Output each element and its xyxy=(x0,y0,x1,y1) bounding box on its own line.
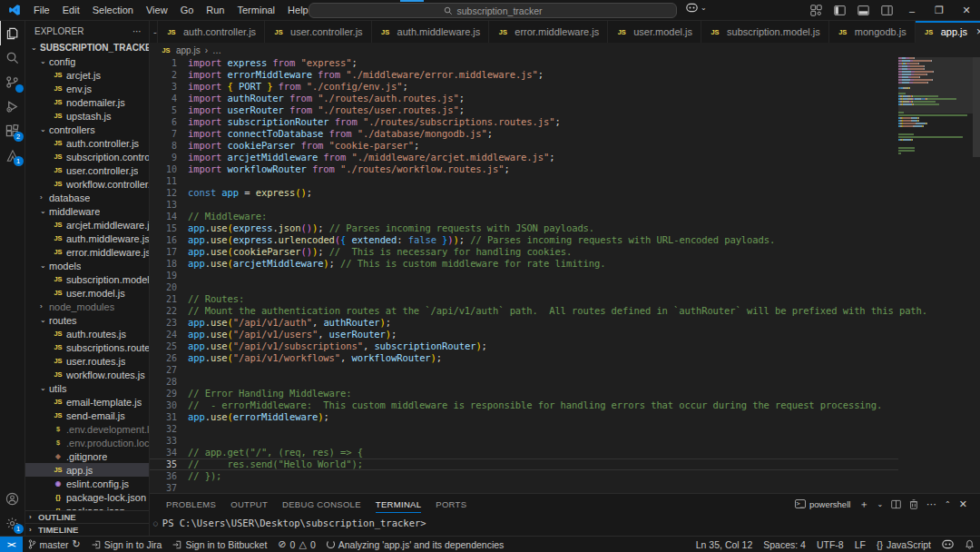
tree-file-send-email.js[interactable]: JSsend-email.js xyxy=(25,409,149,422)
tree-folder-middleware[interactable]: ⌄middleware xyxy=(25,204,149,218)
kill-terminal-icon[interactable] xyxy=(909,499,918,509)
tree-file-subscriptions.routes.js[interactable]: JSsubscriptions.routes.js xyxy=(25,340,149,354)
close-button[interactable]: ✕ xyxy=(953,0,980,21)
tree-folder-controllers[interactable]: ⌄controllers xyxy=(25,123,149,136)
tree-file-user.routes.js[interactable]: JSuser.routes.js xyxy=(25,354,149,368)
terminal[interactable]: ○ PS C:\Users\USER\Desktop\subscription_… xyxy=(150,514,980,536)
tree-file-.gitignore[interactable]: ◆.gitignore xyxy=(25,449,149,463)
activity-explorer[interactable] xyxy=(0,21,25,45)
section-outline[interactable]: ›OUTLINE xyxy=(25,510,149,523)
tree-file-email-template.js[interactable]: JSemail-template.js xyxy=(25,395,149,409)
menu-selection[interactable]: Selection xyxy=(86,0,140,20)
encoding[interactable]: UTF-8 xyxy=(811,539,849,550)
menu-run[interactable]: Run xyxy=(200,0,230,20)
activity-extensions[interactable]: 2 xyxy=(0,119,25,143)
close-panel-icon[interactable]: ✕ xyxy=(959,498,967,510)
notifications[interactable] xyxy=(959,539,980,549)
tree-folder-routes[interactable]: ⌄routes xyxy=(25,313,149,327)
tree-file-workflow.controller.js[interactable]: JSworkflow.controller.js xyxy=(25,177,149,191)
activity-source-control[interactable] xyxy=(0,70,25,94)
jira-signin[interactable]: Sign in to Jira xyxy=(86,537,168,552)
split-terminal-icon[interactable] xyxy=(891,499,901,509)
tab-user.controller.js[interactable]: JSuser.controller.js xyxy=(265,21,371,43)
tree-file-.env.production.local[interactable]: $.env.production.local xyxy=(25,436,149,449)
editor-scrollbar[interactable] xyxy=(973,57,980,493)
remote-indicator[interactable]: >< xyxy=(0,537,23,552)
activity-account[interactable] xyxy=(0,487,25,511)
tab-auth.middleware.js[interactable]: JSauth.middleware.js xyxy=(372,21,490,43)
menu-edit[interactable]: Edit xyxy=(56,0,86,20)
tree-folder-database[interactable]: ›database xyxy=(25,191,149,204)
tree-folder-node_modules[interactable]: ›node_modules xyxy=(25,300,149,313)
restore-button[interactable]: ❐ xyxy=(926,0,953,21)
new-terminal-button[interactable]: ＋ xyxy=(858,498,868,511)
panel-tab-ports[interactable]: PORTS xyxy=(428,494,474,514)
tab-subscription.model.js[interactable]: JSsubscription.model.js xyxy=(701,21,829,43)
branch-status[interactable]: master ↻ xyxy=(23,537,86,552)
section-timeline[interactable]: ›TIMELINE xyxy=(25,523,149,536)
language-mode[interactable]: {} JavaScript xyxy=(871,539,936,550)
tab-email.js[interactable]: -email.js xyxy=(150,21,158,43)
tree-file-upstash.js[interactable]: JSupstash.js xyxy=(25,109,149,123)
tree-file-error.middleware.js[interactable]: JSerror.middleware.js xyxy=(25,245,149,259)
panel-tab-output[interactable]: OUTPUT xyxy=(223,494,275,514)
activity-run-debug[interactable] xyxy=(0,94,25,119)
tree-file-user.controller.js[interactable]: JSuser.controller.js xyxy=(25,163,149,177)
indentation[interactable]: Spaces: 4 xyxy=(758,539,811,550)
activity-settings[interactable]: 1 xyxy=(0,511,25,536)
tree-file-user.model.js[interactable]: JSuser.model.js xyxy=(25,286,149,300)
activity-search[interactable] xyxy=(0,45,25,70)
toggle-secondary-sidebar-icon[interactable] xyxy=(875,0,898,21)
problems-status[interactable]: ⊘ 0 △ 0 xyxy=(272,537,320,552)
maximize-panel-icon[interactable]: ⌃ xyxy=(945,500,951,508)
command-center-search[interactable]: subscription_tracker xyxy=(309,3,677,18)
tree-folder-models[interactable]: ⌄models xyxy=(25,259,149,272)
tree-folder-config[interactable]: ⌄config xyxy=(25,54,149,68)
explorer-more-actions[interactable]: ⋯ xyxy=(132,26,142,36)
panel-tab-problems[interactable]: PROBLEMS xyxy=(159,494,223,514)
tree-file-.env.development.local[interactable]: $.env.development.local xyxy=(25,422,149,436)
tree-file-env.js[interactable]: JSenv.js xyxy=(25,82,149,95)
bitbucket-signin[interactable]: Sign in to Bitbucket xyxy=(167,537,272,552)
tab-auth.controller.js[interactable]: JSauth.controller.js xyxy=(158,21,265,43)
tree-file-arcjet.middleware.js[interactable]: JSarcjet.middleware.js xyxy=(25,218,149,232)
menu-go[interactable]: Go xyxy=(174,0,201,20)
activity-atlassian[interactable]: 1 xyxy=(0,143,25,168)
tree-file-nodemailer.js[interactable]: JSnodemailer.js xyxy=(25,95,149,109)
tree-file-eslint.config.js[interactable]: ◉eslint.config.js xyxy=(25,477,149,490)
terminal-dropdown-icon[interactable]: ⌄ xyxy=(877,500,883,508)
panel-tab-debug-console[interactable]: DEBUG CONSOLE xyxy=(275,494,368,514)
tree-file-workflow.routes.js[interactable]: JSworkflow.routes.js xyxy=(25,368,149,381)
panel-tab-terminal[interactable]: TERMINAL xyxy=(368,494,428,514)
toggle-sidebar-icon[interactable] xyxy=(828,0,851,21)
tree-file-package.json[interactable]: {}package.json xyxy=(25,504,149,510)
tree-file-subscription.controller.js[interactable]: JSsubscription.controller.js xyxy=(25,150,149,163)
tab-app.js[interactable]: JSapp.js× xyxy=(916,21,980,43)
tree-file-auth.routes.js[interactable]: JSauth.routes.js xyxy=(25,327,149,340)
tree-folder-subscription_tracker[interactable]: ⌄SUBSCRIPTION_TRACKER xyxy=(25,41,149,54)
tree-file-arcjet.js[interactable]: JSarcjet.js xyxy=(25,68,149,82)
tree-file-auth.middleware.js[interactable]: JSauth.middleware.js xyxy=(25,232,149,245)
tree-folder-utils[interactable]: ⌄utils xyxy=(25,381,149,395)
minimize-button[interactable]: – xyxy=(898,0,926,21)
toggle-panel-icon[interactable] xyxy=(851,0,875,21)
code-editor[interactable]: 1import express from "express";2import e… xyxy=(150,57,980,493)
tab-error.middleware.js[interactable]: JSerror.middleware.js xyxy=(489,21,608,43)
panel-more-icon[interactable]: ⋯ xyxy=(926,498,936,510)
breadcrumb[interactable]: JS app.js › … xyxy=(150,43,980,57)
tree-file-app.js[interactable]: JSapp.js xyxy=(25,463,149,477)
eol-sequence[interactable]: LF xyxy=(849,539,871,550)
tab-user.model.js[interactable]: JSuser.model.js xyxy=(608,21,701,43)
customize-layout-icon[interactable] xyxy=(804,0,828,21)
cursor-position[interactable]: Ln 35, Col 12 xyxy=(691,539,758,550)
tree-file-package-lock.json[interactable]: {}package-lock.json xyxy=(25,490,149,504)
menu-view[interactable]: View xyxy=(140,0,174,20)
tree-file-auth.controller.js[interactable]: JSauth.controller.js xyxy=(25,136,149,150)
menu-terminal[interactable]: Terminal xyxy=(231,0,282,20)
tab-mongodb.js[interactable]: JSmongodb.js xyxy=(829,21,916,43)
minimap[interactable] xyxy=(898,57,973,493)
copilot-status[interactable] xyxy=(936,539,959,549)
tree-file-subscription.model.js[interactable]: JSsubscription.model.js xyxy=(25,272,149,286)
shell-selector[interactable]: >_ powershell xyxy=(795,499,851,509)
menu-file[interactable]: File xyxy=(27,0,56,20)
